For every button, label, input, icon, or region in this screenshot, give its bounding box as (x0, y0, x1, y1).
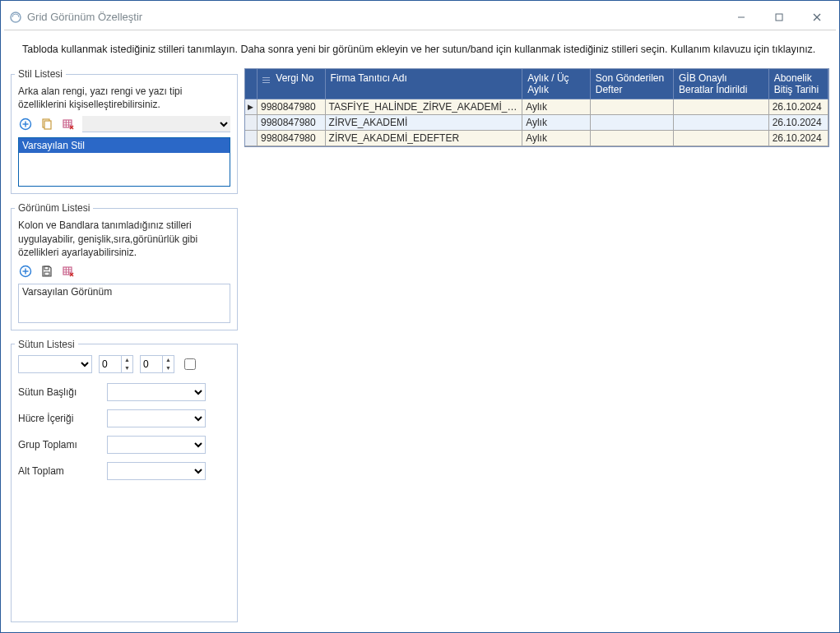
maximize-button[interactable] (760, 4, 798, 30)
add-view-button[interactable] (18, 264, 33, 279)
view-list-panel: Görünüm Listesi Kolon ve Bandlara tanıml… (11, 202, 238, 330)
column-list-panel: Sütun Listesi ▲ ▼ (11, 339, 238, 622)
cell-gib[interactable] (673, 131, 768, 146)
cell-sondefter[interactable] (590, 131, 673, 146)
sub-total-label: Alt Toplam (18, 465, 100, 477)
cell-firma[interactable]: TASFİYE_HALİNDE_ZİRVE_AKADEMİ_EDEFTER (325, 99, 522, 115)
spin-up[interactable]: ▲ (162, 356, 174, 364)
cell-content-label: Hücre İçeriği (18, 413, 100, 424)
view-list-item[interactable]: Varsayılan Görünüm (22, 286, 226, 298)
cell-vergi-no[interactable]: 9980847980 (257, 99, 325, 115)
data-grid[interactable]: Vergi No Firma Tanıtıcı Adı Aylık / Üç A… (244, 68, 829, 147)
column-width-value[interactable] (141, 358, 162, 370)
add-style-button[interactable] (18, 117, 33, 132)
style-list-panel: Stil Listesi Arka alan rengi, yazı rengi… (11, 68, 238, 194)
cell-content-style-select[interactable] (107, 409, 206, 427)
cell-aylik[interactable]: Aylık (522, 131, 591, 146)
cell-gib[interactable] (673, 115, 768, 131)
cell-sondefter[interactable] (590, 115, 673, 131)
copy-style-button[interactable] (39, 117, 54, 132)
minimize-icon (737, 13, 745, 21)
style-list-item[interactable]: Varsayılan Stil (19, 138, 230, 153)
cell-vergi-no[interactable]: 9980847980 (257, 131, 325, 146)
cell-abonelik[interactable]: 26.10.2024 (768, 131, 828, 146)
delete-view-button[interactable] (61, 264, 76, 279)
spin-down[interactable]: ▼ (121, 364, 132, 372)
column-width-spin[interactable]: ▲ ▼ (140, 355, 174, 373)
row-indicator (245, 115, 257, 131)
column-select[interactable] (18, 355, 92, 373)
table-row[interactable]: 9980847980 ZİRVE_AKADEMİ_EDEFTER Aylık 2… (245, 131, 828, 146)
col-header-abonelik[interactable]: Abonelik Bitiş Tarihi (768, 69, 828, 99)
column-menu-icon (262, 75, 271, 83)
column-order-value[interactable] (100, 358, 121, 370)
svg-rect-9 (44, 121, 51, 129)
cell-abonelik[interactable]: 26.10.2024 (768, 115, 828, 131)
view-list-desc: Kolon ve Bandlara tanımladığınız stiller… (18, 219, 230, 259)
col-header-firma[interactable]: Firma Tanıtıcı Adı (325, 69, 522, 99)
view-list-legend: Görünüm Listesi (15, 202, 93, 214)
row-indicator (245, 131, 257, 146)
plus-circle-icon (19, 265, 32, 278)
style-listbox[interactable]: Varsayılan Stil (18, 137, 230, 187)
minimize-button[interactable] (722, 4, 760, 30)
col-header-gib[interactable]: GİB Onaylı Beratlar İndirildi (673, 69, 768, 99)
column-visible-checkbox[interactable] (184, 358, 196, 370)
grid-indicator-header (245, 69, 257, 99)
grid-delete-icon (62, 118, 75, 131)
save-view-button[interactable] (39, 264, 54, 279)
spin-up[interactable]: ▲ (121, 356, 132, 364)
spin-down[interactable]: ▼ (162, 364, 174, 372)
maximize-icon (775, 13, 783, 21)
col-header-sondefter[interactable]: Son Gönderilen Defter (590, 69, 673, 99)
row-indicator: ▶ (245, 99, 257, 115)
column-list-legend: Sütun Listesi (15, 339, 78, 350)
window-title: Grid Görünüm Özelleştir (27, 11, 142, 23)
save-icon (40, 265, 53, 278)
style-list-legend: Stil Listesi (15, 68, 66, 80)
close-button[interactable] (798, 4, 836, 30)
instruction-text: Tabloda kullanmak istediğiniz stilleri t… (11, 37, 829, 68)
svg-rect-20 (44, 266, 49, 270)
svg-rect-21 (44, 272, 49, 275)
column-header-style-select[interactable] (107, 383, 206, 401)
cell-abonelik[interactable]: 26.10.2024 (768, 99, 828, 115)
cell-aylik[interactable]: Aylık (522, 115, 591, 131)
cell-gib[interactable] (673, 99, 768, 115)
cell-firma[interactable]: ZİRVE_AKADEMİ (325, 115, 522, 131)
col-header-vergi-no[interactable]: Vergi No (257, 69, 325, 99)
delete-style-button[interactable] (61, 117, 76, 132)
view-listbox[interactable]: Varsayılan Görünüm (18, 284, 230, 323)
cell-sondefter[interactable] (590, 99, 673, 115)
table-row[interactable]: ▶ 9980847980 TASFİYE_HALİNDE_ZİRVE_AKADE… (245, 99, 828, 115)
col-header-vergi-no-label: Vergi No (276, 72, 313, 84)
style-font-dropdown[interactable] (82, 116, 230, 132)
group-total-style-select[interactable] (107, 436, 206, 454)
copy-sheet-icon (40, 118, 53, 131)
titlebar: Grid Görünüm Özelleştir (4, 4, 836, 30)
svg-rect-2 (776, 14, 782, 21)
style-list-desc: Arka alan rengi, yazı rengi ve yazı tipi… (18, 85, 230, 111)
app-icon (9, 11, 22, 24)
sub-total-style-select[interactable] (107, 462, 206, 480)
grid-delete-icon (62, 265, 75, 278)
col-header-aylik[interactable]: Aylık / Üç Aylık (522, 69, 591, 99)
cell-vergi-no[interactable]: 9980847980 (257, 115, 325, 131)
close-icon (813, 13, 821, 21)
table-row[interactable]: 9980847980 ZİRVE_AKADEMİ Aylık 26.10.202… (245, 115, 828, 131)
cell-aylik[interactable]: Aylık (522, 99, 591, 115)
group-total-label: Grup Toplamı (18, 439, 100, 450)
column-order-spin[interactable]: ▲ ▼ (99, 355, 133, 373)
cell-firma[interactable]: ZİRVE_AKADEMİ_EDEFTER (325, 131, 522, 146)
plus-circle-icon (19, 118, 32, 131)
column-header-label: Sütun Başlığı (18, 386, 100, 398)
